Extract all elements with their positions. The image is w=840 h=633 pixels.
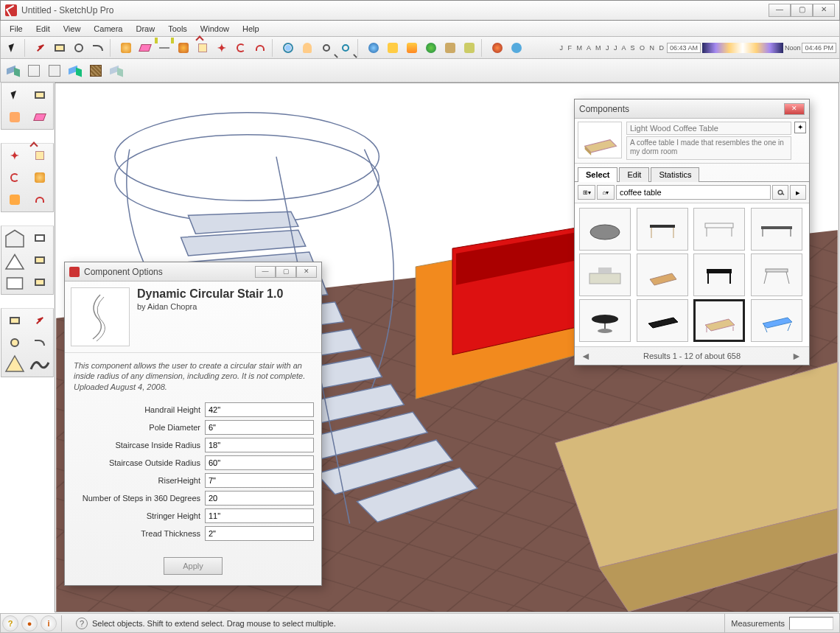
rotate-tool[interactable]: [232, 39, 250, 57]
top-view[interactable]: [24, 61, 43, 80]
draw-arc-side[interactable]: [28, 332, 52, 353]
eraser-tool-side[interactable]: [28, 107, 52, 127]
followme-tool-side[interactable]: [28, 167, 52, 188]
make-component-tool[interactable]: [117, 39, 135, 57]
thumb-round-table[interactable]: [579, 208, 631, 251]
prop-input-2[interactable]: [205, 438, 314, 452]
eraser-tool[interactable]: [136, 39, 154, 57]
paint-tool-side[interactable]: [3, 107, 27, 127]
offset-tool-side[interactable]: [28, 189, 52, 210]
prop-input-7[interactable]: [205, 526, 314, 541]
search-options-button[interactable]: ▸: [790, 185, 806, 200]
thumb-oval-table[interactable]: [579, 299, 631, 342]
select-tool[interactable]: [4, 39, 21, 57]
view-mode-button[interactable]: ⊞▾: [578, 185, 595, 200]
arc-tool[interactable]: [89, 39, 107, 57]
front-view[interactable]: [45, 61, 64, 80]
pan-tool[interactable]: [298, 39, 316, 57]
tape-measure-tool[interactable]: [155, 39, 173, 57]
panel-close-button[interactable]: ✕: [296, 266, 317, 278]
paint-bucket-tool[interactable]: [175, 39, 192, 57]
panel-minimize-button[interactable]: —: [255, 266, 276, 278]
share-model-tool[interactable]: [384, 39, 402, 57]
maximize-button[interactable]: ▢: [791, 4, 813, 17]
rectangle-tool[interactable]: [51, 39, 69, 57]
preferences-tool[interactable]: [461, 39, 478, 57]
selected-component-name[interactable]: Light Wood Coffee Table: [626, 122, 791, 135]
menu-tools[interactable]: Tools: [162, 22, 193, 35]
tab-edit[interactable]: Edit: [619, 167, 649, 182]
offset-tool[interactable]: [251, 39, 269, 57]
textured-view[interactable]: [86, 61, 105, 80]
package-tool[interactable]: [441, 39, 459, 57]
close-button[interactable]: ✕: [813, 4, 835, 17]
thumb-side-table[interactable]: [693, 208, 745, 251]
upload-tool[interactable]: [403, 39, 421, 57]
menu-draw[interactable]: Draw: [130, 22, 161, 35]
prop-input-6[interactable]: [205, 508, 314, 523]
tab-statistics[interactable]: Statistics: [651, 167, 699, 182]
building-tool-4[interactable]: [28, 250, 52, 270]
select-tool-side[interactable]: [3, 85, 27, 105]
iso-view[interactable]: [4, 61, 23, 80]
minimize-button[interactable]: —: [769, 4, 791, 17]
menu-view[interactable]: View: [57, 22, 87, 35]
prop-input-0[interactable]: [205, 402, 314, 417]
xray-view[interactable]: [107, 61, 126, 80]
geo-button[interactable]: i: [41, 615, 57, 632]
building-tool-5[interactable]: [3, 272, 27, 293]
components-close-button[interactable]: ✕: [784, 103, 805, 115]
rotate-tool-side[interactable]: [3, 167, 27, 188]
component-options-title-bar[interactable]: Component Options — ▢ ✕: [65, 262, 321, 281]
menu-file[interactable]: File: [4, 22, 29, 35]
menu-edit[interactable]: Edit: [30, 22, 56, 35]
time-gradient[interactable]: [702, 43, 783, 53]
scale-tool-side[interactable]: [3, 189, 27, 210]
building-tool-2[interactable]: [28, 228, 52, 248]
orbit-tool[interactable]: [279, 39, 297, 57]
thumb-dark-table[interactable]: [637, 299, 688, 342]
components-title-bar[interactable]: Components ✕: [575, 99, 809, 119]
building-tool-6[interactable]: [28, 272, 52, 293]
draw-polygon-side[interactable]: [3, 354, 27, 375]
next-page-button[interactable]: ►: [791, 350, 803, 362]
prev-page-button[interactable]: ◄: [581, 350, 592, 362]
circle-tool[interactable]: [70, 39, 88, 57]
draw-freehand-side[interactable]: [28, 354, 52, 375]
building-tool-1[interactable]: [3, 228, 27, 248]
thumb-black-table[interactable]: [693, 253, 745, 296]
nav-home-button[interactable]: ⌂▾: [597, 185, 615, 200]
expand-icon[interactable]: ✦: [794, 122, 806, 133]
move-tool[interactable]: ✦: [213, 39, 231, 57]
thumb-light-wood-coffee-table[interactable]: [693, 299, 745, 342]
push-pull-tool[interactable]: [194, 39, 211, 57]
prop-input-1[interactable]: [205, 420, 314, 435]
panel-maximize-button[interactable]: ▢: [276, 266, 296, 278]
tab-select[interactable]: Select: [578, 167, 617, 182]
thumb-folding-table[interactable]: [751, 253, 802, 296]
menu-window[interactable]: Window: [195, 22, 235, 35]
warehouse-tool[interactable]: [422, 39, 440, 57]
move-tool-side[interactable]: ✦: [3, 145, 27, 166]
shadows-tool[interactable]: [489, 39, 506, 57]
draw-circle-side[interactable]: [3, 332, 27, 353]
prop-input-3[interactable]: [205, 455, 314, 470]
building-tool-3[interactable]: [3, 250, 27, 270]
component-tool-side[interactable]: [28, 85, 52, 105]
prop-input-4[interactable]: [205, 473, 314, 488]
search-button[interactable]: [772, 185, 788, 200]
draw-line-side[interactable]: [28, 310, 52, 331]
get-models-tool[interactable]: [365, 39, 382, 57]
apply-button[interactable]: Apply: [164, 557, 223, 575]
line-tool[interactable]: [32, 39, 49, 57]
thumb-sofa-set[interactable]: [579, 253, 631, 296]
menu-camera[interactable]: Camera: [88, 22, 128, 35]
measurements-input[interactable]: [789, 617, 833, 630]
selected-component-desc[interactable]: A coffee table I made that resembles the…: [626, 136, 791, 160]
person-button[interactable]: ●: [21, 615, 38, 632]
info-tool[interactable]: [508, 39, 525, 57]
search-input[interactable]: [616, 185, 771, 200]
shaded-view[interactable]: [66, 61, 85, 80]
menu-help[interactable]: Help: [237, 22, 265, 35]
draw-rect-side[interactable]: [3, 310, 27, 331]
